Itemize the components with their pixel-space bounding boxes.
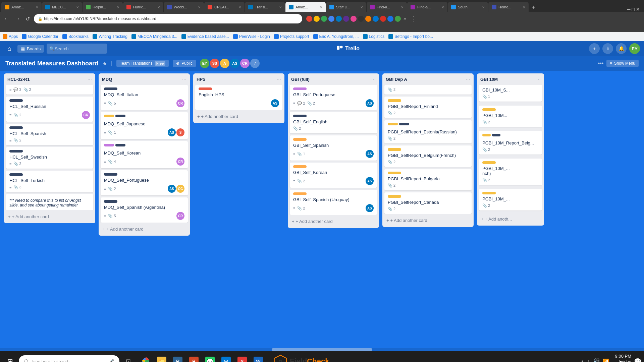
tab-close-icon[interactable]: ×	[360, 5, 363, 10]
list-gbi-full-menu-button[interactable]: ···	[371, 76, 376, 82]
card-gbi10-nch[interactable]: PGBI_10M_...nch) 📎 2	[479, 159, 542, 185]
card-mdq-japanese[interactable]: MDQ_Self_Japanese ≡ 📎 1 AS S	[101, 112, 188, 139]
card-mdq-spanish-arg[interactable]: MDQ_Self_Spanish (Argentina) ≡ 📎 5 CR	[101, 197, 188, 223]
board-team-button[interactable]: Team Translations Free	[116, 60, 169, 67]
bookmark-eric[interactable]: Eric A. Youngstrom, ...	[313, 34, 359, 39]
member-avatar-ss[interactable]: SS	[210, 59, 219, 68]
taskbar-app-powerpoint[interactable]: P	[186, 354, 201, 362]
back-button[interactable]: ←	[3, 14, 11, 23]
tab-close-icon[interactable]: ×	[238, 5, 241, 10]
tab-close-icon[interactable]: ×	[320, 5, 322, 10]
tab-close-icon[interactable]: ×	[482, 5, 485, 10]
member-avatar-a[interactable]: A	[220, 59, 229, 68]
extension-icon-12[interactable]	[387, 16, 393, 22]
add-card-gbi-dep-a-button[interactable]: + + Add another card	[385, 216, 471, 225]
trello-search-input[interactable]: 🔍 Search	[47, 44, 107, 54]
speakers-icon[interactable]: 🔊	[592, 358, 600, 362]
card-gbi10-finland[interactable]: PGBI_10M... 📎 2	[479, 106, 542, 127]
taskbar-app-files[interactable]: 📁	[154, 354, 169, 362]
add-card-hcl-button[interactable]: + + Add another card	[7, 212, 93, 221]
card-hcl-spanish[interactable]: HCL_Self_Spanish ≡ 📎 2	[6, 124, 93, 145]
card-mdq-portuguese[interactable]: MDQ_Self_Portuguese ≡ 📎 2 AS OC	[101, 170, 188, 195]
add-button[interactable]: +	[589, 43, 600, 54]
board-more-icon[interactable]: •••	[598, 60, 604, 66]
extension-icon-7[interactable]	[351, 16, 357, 22]
bookmark-apps[interactable]: Apps	[3, 34, 18, 39]
user-avatar[interactable]: EY	[629, 43, 640, 54]
card-gbidep-canada[interactable]: PGBI_SelfReport_Canada 📎 2	[384, 192, 472, 214]
restore-button[interactable]: □	[632, 7, 635, 12]
bookmark-peerwise[interactable]: PeerWise - Login	[233, 34, 270, 39]
member-avatar-ey[interactable]: EY	[200, 59, 209, 68]
up-arrow-icon[interactable]: ↑	[587, 359, 590, 362]
bookmark-calendar[interactable]: Google Calendar	[22, 34, 58, 39]
card-gbidep-top[interactable]: 📎 2	[384, 85, 472, 95]
add-card-mdq-button[interactable]: + + Add another card	[101, 225, 187, 234]
info-button[interactable]: ℹ	[602, 43, 613, 54]
card-mdq-korean[interactable]: MDQ_Self_Korean ≡ 📎 4 CR	[101, 141, 188, 168]
card-gbi10-s[interactable]: GBI_10M_S... 📎 1	[479, 85, 542, 102]
list-gbi-dep-a-menu-button[interactable]: ···	[466, 76, 470, 82]
bookmark-bookmarks[interactable]: Bookmarks	[62, 34, 89, 39]
tab-hurric[interactable]: Hurric... ×	[123, 2, 163, 12]
bookmark-evidence[interactable]: Evidence based asse...	[181, 34, 229, 39]
bookmark-projects[interactable]: Projects support	[274, 34, 309, 39]
tab-close-icon[interactable]: ×	[157, 5, 160, 10]
card-gbidep-finland[interactable]: PGBI_SelfReport_Finland 📎 2	[384, 97, 472, 118]
task-view-button[interactable]: ⊡	[121, 354, 136, 362]
tab-home[interactable]: Home... ×	[488, 2, 529, 12]
start-button[interactable]: ⊞	[3, 354, 17, 362]
show-menu-button[interactable]: ≡ Show Menu	[606, 60, 639, 67]
tab-find2[interactable]: Find-a... ×	[407, 2, 447, 12]
trello-boards-button[interactable]: ▦ Boards	[17, 45, 44, 53]
close-button[interactable]: ✕	[636, 7, 640, 12]
extension-icon-4[interactable]	[328, 16, 334, 22]
member-avatar-as[interactable]: AS	[230, 59, 239, 68]
card-gbi-portuguese[interactable]: GBI_Self_Portuguese ≡ 💬 2 📎 2 AS	[290, 85, 377, 110]
bookmark-mecca[interactable]: MECCA Mingenda 3...	[131, 34, 177, 39]
taskbar-app-word[interactable]: W	[251, 354, 266, 362]
add-card-gbi-full-button[interactable]: + + Add another card	[290, 217, 376, 226]
extension-icon-9[interactable]	[365, 16, 371, 22]
tab-close-icon[interactable]: ×	[198, 5, 201, 10]
board-star-icon[interactable]: ★	[102, 60, 107, 67]
card-gbi-spanish-uru[interactable]: GBI_Self_Spanish (Uruguay) ≡ 📎 2 AS	[290, 190, 377, 215]
card-gbi10-2[interactable]: PGBI_10M_... 📎 2	[479, 189, 542, 210]
bookmark-writing-tracking[interactable]: Writing Tracking	[93, 34, 127, 39]
tab-close-icon[interactable]: ×	[523, 5, 525, 10]
tab-creat[interactable]: CREAT... ×	[204, 2, 245, 12]
chrome-menu-icon[interactable]: ⋮	[410, 15, 416, 22]
taskbar-app-r[interactable]: R	[170, 354, 185, 362]
card-gbidep-estonia[interactable]: PGBI_SelfReport_Estonia(Russian) 📎 2	[384, 120, 472, 143]
card-hcl-note[interactable]: *** Need to compare this to list on Angs…	[6, 194, 93, 210]
board-visibility-button[interactable]: ⊕ Public	[173, 60, 196, 67]
taskbar-time[interactable]: 9:00 PM Friday 9/14/2018	[612, 354, 631, 362]
notification-center-icon[interactable]: 💬	[634, 358, 641, 362]
tab-help[interactable]: Helpin... ×	[83, 2, 123, 12]
tab-weebl[interactable]: Weebl... ×	[164, 2, 204, 12]
card-gbi10-belg[interactable]: PGBI_10M_Report_Belg... 📎 2	[479, 131, 542, 155]
extension-icon-6[interactable]	[343, 16, 349, 22]
taskbar-search-area[interactable]: Type here to search 🎤	[19, 355, 119, 362]
card-gbi-korean[interactable]: GBI_Self_Korean ≡ 📎 2 AS	[290, 163, 377, 188]
tab-mecc[interactable]: MECC... ×	[42, 2, 82, 12]
tab-amazn-1[interactable]: Amaz... ×	[1, 2, 42, 12]
tab-close-icon[interactable]: ×	[36, 5, 38, 10]
extension-icon-10[interactable]	[373, 16, 379, 22]
card-gbi-spanish[interactable]: GBI_Self_Spanish ≡ 📎 1 AS	[290, 135, 377, 161]
taskbar-app-chrome[interactable]	[138, 354, 153, 362]
taskbar-app-unknown[interactable]: ✕	[235, 354, 250, 362]
board-title[interactable]: Translated Measures Dashboard	[5, 60, 98, 67]
new-tab-button[interactable]: +	[529, 3, 538, 12]
card-hcl-turkish[interactable]: HCL_Self_Turkish ≡ 📎 3	[6, 171, 93, 192]
tab-amaz-active[interactable]: Amaz... ×	[285, 2, 326, 12]
list-mdq-menu-button[interactable]: ···	[182, 76, 186, 82]
tab-find1[interactable]: Find-a... ×	[367, 2, 407, 12]
taskbar-app-whatsapp[interactable]: 💬	[203, 354, 217, 362]
dropbox-icon[interactable]: ▲	[580, 359, 585, 362]
card-hcl-top[interactable]: ≡ 💬 3 📎 2	[6, 85, 93, 95]
list-gbi-10m-menu-button[interactable]: ···	[536, 76, 541, 82]
card-gbidep-bulgaria[interactable]: PGBI_SelfReport_Bulgaria 📎 2	[384, 169, 472, 190]
extension-icon-5[interactable]	[336, 16, 342, 22]
card-gbidep-belgium[interactable]: PGBI_SelfReport_Belgium(French) 📎 2	[384, 145, 472, 167]
